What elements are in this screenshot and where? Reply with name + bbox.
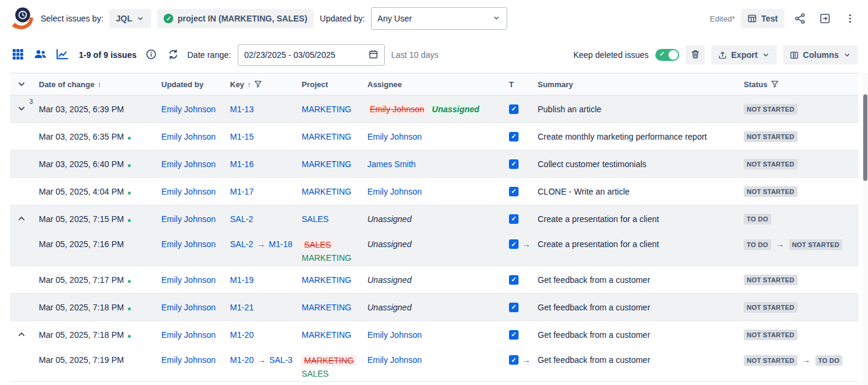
sort-asc-icon[interactable]: ↑ <box>97 80 102 89</box>
updated-by-link[interactable]: Emily Johnson <box>161 159 216 169</box>
updated-by-link[interactable]: Emily Johnson <box>161 187 216 196</box>
updated-by-link[interactable]: Emily Johnson <box>161 355 216 365</box>
assignee-link[interactable]: Emily Johnson <box>367 187 422 196</box>
project-link[interactable]: MARKETING <box>302 303 351 312</box>
assignee-link[interactable]: Emily Johnson <box>367 330 422 340</box>
new-change-dot-icon <box>128 280 131 283</box>
updated-by-link[interactable]: Emily Johnson <box>161 214 216 224</box>
type-cell: ✓ <box>503 132 532 141</box>
assignee-link[interactable]: Emily Johnson <box>367 355 422 365</box>
project-link[interactable]: MARKETING <box>302 275 351 285</box>
issue-key-link[interactable]: M1-21 <box>230 303 254 312</box>
chevron-down-icon <box>136 14 145 23</box>
project-cell: MARKETING <box>296 303 361 312</box>
column-label: Updated by <box>161 80 204 89</box>
project-cell: SALES <box>296 214 361 224</box>
expand-group-button[interactable] <box>16 103 27 114</box>
updated-by-link[interactable]: Emily Johnson <box>161 330 216 340</box>
assignee-link[interactable]: Emily Johnson <box>367 132 422 141</box>
date-text: Mar 03, 2025, 6:35 PM <box>39 132 124 141</box>
refresh-button[interactable] <box>165 47 181 63</box>
assignee-cell: Unassigned <box>361 214 503 224</box>
share-button[interactable] <box>790 9 809 28</box>
collapse-group-button[interactable] <box>16 213 27 224</box>
summary-cell: Get feedback from a customer <box>532 303 738 312</box>
row-expander-cell <box>10 205 33 266</box>
filter-icon[interactable] <box>771 80 779 88</box>
project-link[interactable]: MARKETING <box>302 187 351 196</box>
task-type-icon: ✓ <box>509 104 519 114</box>
delete-button[interactable] <box>686 45 705 64</box>
updated-by-link[interactable]: Emily Johnson <box>161 104 216 114</box>
type-cell: ✓ <box>503 187 532 196</box>
assignee-cell: Emily JohnsonUnassigned <box>361 104 503 115</box>
issue-key-link[interactable]: M1-19 <box>230 275 254 285</box>
issue-key-new-link[interactable]: M1-18 <box>269 239 293 249</box>
chart-view-button[interactable] <box>54 47 70 63</box>
updated-by-link[interactable]: Emily Johnson <box>161 303 216 312</box>
key-cell: SAL-2→M1-18 <box>224 232 296 249</box>
project-link[interactable]: MARKETING <box>302 330 351 340</box>
issue-key-link[interactable]: M1-15 <box>230 132 254 141</box>
updated-by-cell: Emily Johnson <box>155 132 224 141</box>
updated-by-cell: Emily Johnson <box>155 159 224 169</box>
issue-key-old-link[interactable]: M1-20 <box>230 355 254 365</box>
chevron-down-icon <box>492 14 501 24</box>
assignee-unassigned: Unassigned <box>367 214 412 224</box>
updated-by-select[interactable]: Any User <box>371 7 507 30</box>
collapse-all-button[interactable] <box>16 79 27 90</box>
export-page-icon <box>819 13 831 24</box>
column-header-date: Date of change ↑ <box>33 73 155 95</box>
updated-by-cell: Emily Johnson <box>155 104 224 114</box>
scrollbar-thumb[interactable] <box>863 94 867 181</box>
jql-mode-button[interactable]: JQL <box>109 9 151 28</box>
project-link[interactable]: SALES <box>302 214 329 224</box>
issue-key-link[interactable]: M1-20 <box>230 330 254 340</box>
updated-by-link[interactable]: Emily Johnson <box>161 239 216 249</box>
table-view-button[interactable] <box>10 47 26 63</box>
column-header-project: Project <box>296 73 361 95</box>
table-body: 3Mar 03, 2025, 6:39 PMEmily JohnsonM1-13… <box>10 96 858 382</box>
column-label: Date of change <box>39 80 94 89</box>
export-button[interactable]: Export <box>711 45 777 64</box>
columns-button[interactable]: Columns <box>783 45 858 64</box>
export-page-button[interactable] <box>815 9 835 28</box>
sort-asc-icon[interactable]: ↑ <box>247 80 251 89</box>
issue-key-link[interactable]: SAL-2 <box>230 214 253 224</box>
date-of-change-cell: Mar 05, 2025, 7:18 PM <box>33 330 155 340</box>
table-row: Mar 03, 2025, 6:35 PMEmily JohnsonM1-15M… <box>10 123 858 150</box>
updated-by-link[interactable]: Emily Johnson <box>161 132 216 141</box>
summary-text: Get feedback from a customer <box>538 275 650 285</box>
summary-text: Get feedback from a customer <box>538 303 650 312</box>
project-link[interactable]: MARKETING <box>302 132 351 141</box>
assignee-new-value: Unassigned <box>430 104 481 115</box>
project-link[interactable]: MARKETING <box>302 104 351 114</box>
more-menu-button[interactable] <box>841 9 860 28</box>
assignee-link[interactable]: James Smith <box>367 159 416 169</box>
issue-key-link[interactable]: M1-16 <box>230 159 254 169</box>
summary-text: Collect customer testimonials <box>538 159 646 169</box>
chart-line-icon <box>56 49 68 61</box>
keep-deleted-toggle[interactable]: ✓ <box>655 49 679 61</box>
issue-key-link[interactable]: M1-17 <box>230 187 254 196</box>
test-report-button[interactable]: Test <box>741 9 784 28</box>
info-button[interactable] <box>143 47 159 63</box>
row-expander-cell <box>10 178 33 205</box>
updated-by-link[interactable]: Emily Johnson <box>161 275 216 285</box>
collapse-group-button[interactable] <box>16 329 27 340</box>
issue-key-new-link[interactable]: SAL-3 <box>269 355 293 365</box>
project-new-value: SALES <box>302 369 329 378</box>
status-cell: NOT STARTED <box>738 275 858 285</box>
project-link[interactable]: MARKETING <box>302 159 351 169</box>
summary-cell: Collect customer testimonials <box>532 159 738 169</box>
date-range-input[interactable]: 02/23/2025 - 03/05/2025 <box>238 44 385 66</box>
jql-query-chip[interactable]: ✓ project IN (MARKETING, SALES) <box>157 9 314 28</box>
users-view-button[interactable] <box>32 47 48 63</box>
task-type-icon: ✓ <box>509 159 519 169</box>
issue-key-link[interactable]: M1-13 <box>230 104 254 114</box>
status-cell: TO DO <box>738 214 858 224</box>
issue-key-old-link[interactable]: SAL-2 <box>230 239 253 249</box>
jql-query-text: project IN (MARKETING, SALES) <box>177 14 307 23</box>
updated-by-cell: Emily Johnson <box>155 187 224 196</box>
filter-icon[interactable] <box>254 80 262 88</box>
